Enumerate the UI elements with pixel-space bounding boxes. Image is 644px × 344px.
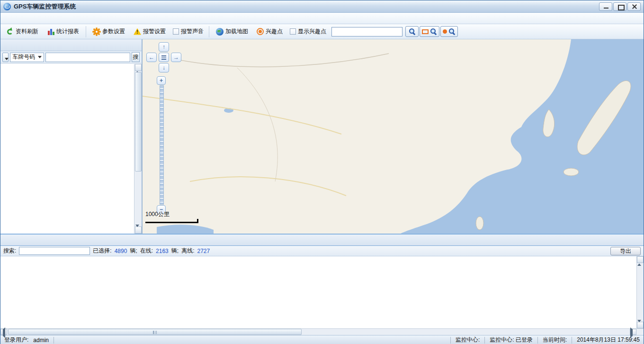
pan-up-button[interactable]: ↑ <box>159 42 169 52</box>
window-title: GPS车辆监控管理系统 <box>14 2 76 11</box>
close-button[interactable] <box>627 2 641 11</box>
summary-unit: 辆; <box>130 247 137 255</box>
left-tab-bar <box>0 39 142 51</box>
params-button[interactable]: 参数设置 <box>89 25 129 38</box>
app-window: GPS车辆监控管理系统 资料刷新 统计报表 参数设置 报警设置 报警声音 <box>0 0 644 344</box>
rect-search-button[interactable] <box>420 26 439 37</box>
summary-online-label: 在线: <box>140 247 153 255</box>
params-label: 参数设置 <box>102 27 125 36</box>
app-icon <box>3 3 11 10</box>
vehicle-table <box>0 256 644 328</box>
login-user-value: admin <box>33 337 49 344</box>
table-vscrollbar[interactable] <box>636 256 644 328</box>
login-user-label: 登录用户: <box>4 336 28 344</box>
scroll-left-button[interactable] <box>0 329 7 335</box>
menu-bar <box>0 13 644 24</box>
pan-right-button[interactable]: → <box>171 53 181 62</box>
refresh-button[interactable]: 资料刷新 <box>2 25 42 38</box>
map-area[interactable]: ↑ ← → ↓ + − 1000公里 <box>143 39 644 234</box>
current-time-label: 当前时间: <box>543 336 567 344</box>
show-poi-label: 显示兴趣点 <box>298 27 326 36</box>
scale-bar <box>145 219 198 223</box>
scroll-down-button[interactable] <box>637 322 644 328</box>
summary-offline-value: 2727 <box>197 248 210 254</box>
title-bar: GPS车辆监控管理系统 <box>0 0 644 13</box>
maximize-button[interactable] <box>613 2 626 11</box>
point-search-button[interactable] <box>440 26 458 37</box>
report-button[interactable]: 统计报表 <box>43 25 83 38</box>
monitor-center-status: 监控中心: 已登录 <box>490 336 533 344</box>
map-scale: 1000公里 <box>145 210 198 223</box>
monitor-center-label: 监控中心: <box>456 336 480 344</box>
tree-scrollbar[interactable] <box>134 64 142 234</box>
poi-icon <box>257 28 264 35</box>
summary-offline-label: 离线: <box>181 247 194 255</box>
globe-icon <box>216 28 224 36</box>
pan-left-button[interactable]: ← <box>146 53 157 62</box>
export-button[interactable]: 导出 <box>610 247 641 255</box>
vehicle-tree <box>0 63 142 234</box>
toolbar: 资料刷新 统计报表 参数设置 报警设置 报警声音 加载地图 兴趣点 <box>0 24 644 39</box>
checkbox-icon <box>290 28 296 35</box>
bottom-tab-bar <box>0 235 644 246</box>
scroll-thumb[interactable] <box>8 329 302 335</box>
vehicle-panel: 车牌号码 搜 <box>0 39 143 234</box>
plate-field-select[interactable]: 车牌号码 <box>10 53 44 62</box>
search-icon <box>430 28 437 35</box>
report-label: 统计报表 <box>56 27 79 36</box>
status-bar: 登录用户: admin 监控中心: 监控中心: 已登录 当前时间: 2014年8… <box>0 335 644 344</box>
summary-selected-value: 4890 <box>115 248 127 254</box>
show-poi-checkbox[interactable]: 显示兴趣点 <box>287 26 329 37</box>
point-select-icon <box>443 29 447 34</box>
rect-select-icon <box>422 29 429 34</box>
search-icon <box>448 28 456 35</box>
pan-center-button[interactable] <box>159 53 169 62</box>
poi-label: 兴趣点 <box>266 27 283 36</box>
poi-button[interactable]: 兴趣点 <box>253 25 286 38</box>
minimize-button[interactable] <box>599 2 612 11</box>
table-search-input[interactable] <box>19 247 90 255</box>
summary-online-value: 2163 <box>156 248 169 254</box>
chevron-down-icon <box>38 56 42 60</box>
summary-unit: 辆; <box>171 247 179 255</box>
table-header <box>0 256 644 267</box>
map-zoom-control: + − <box>157 76 166 214</box>
chart-icon <box>47 28 54 36</box>
scroll-down-button[interactable] <box>135 226 142 234</box>
plate-search-button[interactable]: 搜 <box>132 52 140 62</box>
refresh-icon <box>6 28 14 36</box>
pan-down-button[interactable]: ↓ <box>159 63 169 72</box>
scroll-up-button[interactable] <box>135 64 142 71</box>
scale-label: 1000公里 <box>145 210 198 218</box>
map-pan-control: ↑ ← → ↓ <box>146 42 183 73</box>
alarm-sound-checkbox[interactable]: 报警声音 <box>170 26 206 37</box>
refresh-label: 资料刷新 <box>16 27 38 36</box>
alarm-sound-label: 报警声音 <box>181 27 204 36</box>
zoom-in-button[interactable]: + <box>157 76 166 85</box>
scroll-up-button[interactable] <box>637 256 644 263</box>
map-search-input[interactable] <box>331 27 402 36</box>
scroll-right-button[interactable] <box>630 329 636 335</box>
load-map-label: 加载地图 <box>225 27 248 36</box>
search-icon <box>409 28 416 35</box>
plate-search-input[interactable] <box>45 53 130 62</box>
load-map-button[interactable]: 加载地图 <box>212 25 252 38</box>
table-search-label: 搜索: <box>3 247 16 255</box>
checkbox-icon <box>173 28 179 35</box>
map-search-button[interactable] <box>405 26 419 37</box>
search-mode-dropdown[interactable] <box>2 53 9 62</box>
scroll-thumb[interactable] <box>135 72 142 172</box>
plate-field-label: 车牌号码 <box>12 53 35 61</box>
plate-search-row: 车牌号码 搜 <box>0 51 142 63</box>
zoom-slider[interactable] <box>160 85 164 205</box>
warning-icon <box>134 28 141 36</box>
table-search-row: 搜索: 已选择: 4890 辆; 在线: 2163 辆; 离线: 2727 导出 <box>0 246 644 256</box>
gear-icon <box>93 28 100 36</box>
alarm-label: 报警设置 <box>143 27 166 36</box>
bottom-panel: 搜索: 已选择: 4890 辆; 在线: 2163 辆; 离线: 2727 导出 <box>0 234 644 335</box>
alarm-settings-button[interactable]: 报警设置 <box>130 25 170 38</box>
summary-selected-label: 已选择: <box>93 247 111 255</box>
table-hscrollbar[interactable] <box>0 328 644 335</box>
